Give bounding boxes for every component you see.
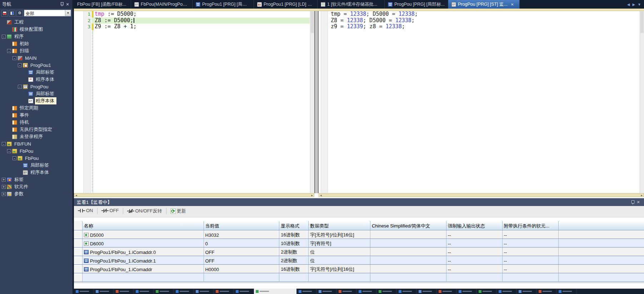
scroll-tabs-left-icon[interactable]: ◀ bbox=[627, 3, 630, 6]
window-tab-23[interactable] bbox=[537, 289, 557, 294]
collapse-tree-button[interactable] bbox=[1, 10, 8, 16]
close-icon[interactable]: ✕ bbox=[511, 3, 514, 6]
column-header-2[interactable]: 当前值 bbox=[204, 221, 280, 230]
watch-cell[interactable] bbox=[370, 265, 446, 273]
code-line[interactable]: Z9 := Z8 + 1; bbox=[95, 24, 136, 30]
tree-item[interactable]: -MAIN bbox=[0, 54, 73, 62]
vertical-scrollbar[interactable] bbox=[640, 11, 644, 193]
pin-icon[interactable] bbox=[630, 200, 635, 205]
tree-item[interactable]: -ProgPou bbox=[0, 83, 73, 90]
tree-item[interactable]: -扫描 bbox=[0, 47, 73, 54]
window-tab-7[interactable] bbox=[194, 289, 214, 294]
watch-row-name[interactable]: ProgPou1/FbPou_1.iComaddr.1 bbox=[83, 256, 204, 265]
tree-expander-icon[interactable]: - bbox=[13, 156, 16, 160]
window-tab-18[interactable] bbox=[437, 289, 457, 294]
window-tab-8[interactable] bbox=[214, 289, 234, 294]
tree-item[interactable]: +参数 bbox=[0, 190, 73, 197]
watch-cell[interactable]: 2进制数 bbox=[279, 248, 309, 256]
tab-1[interactable]: FbPou [FB] [函数/FB标... bbox=[74, 0, 131, 9]
window-tab-6[interactable] bbox=[174, 289, 194, 294]
watch-toolbar-on-button[interactable]: ON bbox=[76, 207, 95, 214]
chevron-down-icon[interactable]: ▼ bbox=[65, 10, 71, 16]
watch-cell[interactable]: -- bbox=[503, 239, 559, 248]
window-tab-12[interactable] bbox=[317, 289, 337, 294]
watch-row[interactable]: D5000H303216进制数字[无符号]/位列[16位]---- bbox=[74, 230, 644, 239]
column-header-3[interactable]: 显示格式 bbox=[279, 221, 309, 230]
tree-item[interactable]: 无执行类型指定 bbox=[0, 126, 73, 133]
watch-cell[interactable]: 位 bbox=[309, 256, 370, 265]
tree-item[interactable]: 局部标签 bbox=[0, 69, 73, 76]
tree-item[interactable]: -FbPou bbox=[0, 147, 73, 155]
window-tab-17[interactable] bbox=[417, 289, 437, 294]
tree-item[interactable]: 未登录程序 bbox=[0, 133, 73, 140]
watch-row[interactable]: ProgPou1/FbPou_1.iComaddr.0OFF2进制数位---- bbox=[74, 248, 644, 256]
tab-6[interactable]: ProgPou [PRG] [局部标... bbox=[385, 0, 448, 9]
watch-cell[interactable]: 位 bbox=[309, 248, 370, 256]
watch-cell[interactable]: 2进制数 bbox=[279, 256, 309, 265]
watch-cell[interactable]: -- bbox=[446, 230, 503, 239]
tab-4[interactable]: ProgPou1 [PRG] [LD] 监... bbox=[254, 0, 318, 9]
window-tab-13[interactable] bbox=[337, 289, 357, 294]
watch-row-name[interactable]: D6000 bbox=[83, 239, 204, 248]
watch-cell[interactable] bbox=[370, 256, 446, 265]
watch-cell[interactable] bbox=[446, 273, 503, 282]
tree-item[interactable]: 程序本体 bbox=[0, 169, 73, 176]
watch-cell[interactable] bbox=[503, 273, 559, 282]
tree-item[interactable]: 事件 bbox=[0, 112, 73, 119]
watch-cell[interactable] bbox=[83, 273, 204, 282]
column-header-4[interactable]: 数据类型 bbox=[309, 221, 370, 230]
watch-cell[interactable]: 字[无符号]/位列[16位] bbox=[309, 230, 370, 239]
tree-expander-icon[interactable]: - bbox=[7, 149, 11, 153]
tree-item[interactable]: 局部标签 bbox=[0, 162, 73, 169]
tree-item[interactable]: 局部标签 bbox=[0, 90, 73, 97]
watch-cell[interactable] bbox=[309, 273, 370, 282]
tree-expander-icon[interactable]: + bbox=[2, 185, 6, 189]
pane-splitter[interactable] bbox=[314, 11, 319, 193]
gear-icon[interactable]: ⚙ bbox=[16, 10, 23, 16]
monitor-pane[interactable]: tmp = 12338; D5000 = 12338;Z8 = 12338; D… bbox=[319, 11, 644, 193]
watch-cell[interactable]: H3032 bbox=[204, 230, 280, 239]
watch-row-name[interactable]: ProgPou1/FbPou_1.iComaddr.0 bbox=[83, 248, 204, 256]
tree-expander-icon[interactable]: - bbox=[18, 85, 22, 89]
tab-2[interactable]: FbPou(MAIN/ProgPou1... bbox=[131, 0, 193, 9]
tree-item[interactable]: 程序本体 bbox=[0, 76, 73, 83]
watch-cell[interactable] bbox=[204, 273, 280, 282]
close-icon[interactable]: ✕ bbox=[635, 200, 641, 205]
st-code-pane[interactable]: 123 tmp := D5000;Z8 := D5000;Z9 := Z8 + … bbox=[74, 11, 314, 193]
watch-cell[interactable]: -- bbox=[446, 248, 503, 256]
watch-cell[interactable]: OFF bbox=[204, 256, 280, 265]
tree-item[interactable]: -程序 bbox=[0, 33, 73, 40]
watch-row-name[interactable]: ProgPou1/FbPou_1.iComaddr bbox=[83, 265, 204, 273]
expand-tree-button[interactable] bbox=[9, 10, 15, 16]
watch-toolbar---button[interactable]: ⟳更新 bbox=[169, 207, 188, 215]
tree-item[interactable]: 模块配置图 bbox=[0, 26, 73, 33]
watch-cell[interactable] bbox=[370, 248, 446, 256]
horizontal-scrollbar[interactable]: ◂ ▸ bbox=[74, 193, 314, 197]
watch-cell[interactable]: -- bbox=[446, 239, 503, 248]
vertical-scrollbar[interactable] bbox=[310, 11, 314, 193]
scroll-left-icon[interactable]: ◂ bbox=[320, 193, 322, 197]
watch-cell[interactable]: -- bbox=[503, 248, 559, 256]
watch-cell[interactable]: 字[无符号]/位列[16位] bbox=[309, 265, 370, 273]
watch-cell[interactable]: 字[有符号] bbox=[309, 239, 370, 248]
watch-cell[interactable] bbox=[370, 230, 446, 239]
code-line[interactable]: Z8 := D5000; bbox=[95, 18, 136, 24]
column-header-5[interactable]: Chinese Simplified/简体中文 bbox=[370, 221, 446, 230]
column-header-6[interactable]: 强制输入输出状态 bbox=[446, 221, 503, 230]
horizontal-scrollbar[interactable]: ◂ ▸ bbox=[319, 193, 644, 197]
pin-icon[interactable] bbox=[59, 1, 65, 7]
window-tab-10[interactable] bbox=[254, 289, 297, 294]
window-tab-14[interactable] bbox=[357, 289, 377, 294]
tree-item[interactable]: -ProgPou1 bbox=[0, 62, 73, 69]
tree-item[interactable]: +软元件 bbox=[0, 183, 73, 190]
tree-expander-icon[interactable]: - bbox=[2, 35, 6, 39]
tree-expander-icon[interactable]: + bbox=[2, 178, 6, 182]
window-tab-9[interactable] bbox=[234, 289, 254, 294]
window-tab-19[interactable] bbox=[457, 289, 477, 294]
window-tab-21[interactable] bbox=[497, 289, 517, 294]
scroll-right-icon[interactable]: ▸ bbox=[311, 193, 313, 197]
watch-cell[interactable]: 16进制数 bbox=[279, 265, 309, 273]
tree-item[interactable]: 恒定周期 bbox=[0, 104, 73, 112]
code-line[interactable]: tmp := D5000; bbox=[95, 11, 136, 18]
watch-cell[interactable]: -- bbox=[446, 265, 503, 273]
